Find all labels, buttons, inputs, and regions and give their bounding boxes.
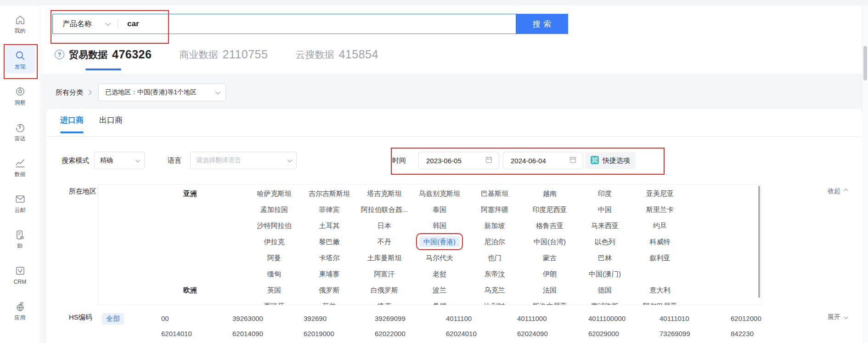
sidebar-item-mail[interactable]: 云邮 xyxy=(6,189,35,217)
region-option[interactable]: 印度 xyxy=(577,189,632,198)
region-option[interactable]: 孟加拉国 xyxy=(247,206,302,214)
sidebar-item-data[interactable]: 数据 xyxy=(6,153,35,181)
region-option[interactable]: 尼泊尔 xyxy=(467,238,522,246)
region-option[interactable]: 老挝 xyxy=(412,270,467,279)
region-option[interactable]: 中国(台湾) xyxy=(522,238,577,246)
search-mode-dropdown[interactable]: 精确 xyxy=(94,152,145,169)
all-categories-link[interactable]: 所有分类 xyxy=(56,88,91,97)
expand-link[interactable]: 展开 xyxy=(828,313,847,321)
data-tab-business[interactable]: 商业数据2110755 xyxy=(179,48,268,70)
region-option[interactable]: 土库曼斯坦 xyxy=(357,254,412,263)
region-option[interactable]: 越南 xyxy=(522,189,577,198)
sidebar-item-discover[interactable]: 发现 xyxy=(6,45,35,74)
region-option[interactable]: 沙特阿拉伯 xyxy=(247,222,302,230)
sidebar-item-my[interactable]: 我的 xyxy=(6,9,35,38)
sidebar-item-bi[interactable]: BIBI xyxy=(6,224,35,253)
region-option[interactable]: 乌克兰 xyxy=(467,286,522,295)
region-option[interactable]: 伊拉克 xyxy=(247,238,302,246)
date-start-input[interactable]: 2023-06-05 xyxy=(418,152,499,169)
sidebar-item-insight[interactable]: 洞察 xyxy=(6,81,35,109)
collapse-link[interactable]: 收起 xyxy=(828,187,847,195)
hs-code-option[interactable]: 62029000 xyxy=(588,330,659,337)
hs-code-option[interactable]: 392690 xyxy=(304,314,375,322)
region-option[interactable]: 俄罗斯 xyxy=(302,286,357,295)
hs-code-option[interactable]: 62012000 xyxy=(731,314,802,322)
tab-exporters[interactable]: 出口商 xyxy=(99,115,123,133)
region-option[interactable]: 吉尔吉斯斯坦 xyxy=(302,189,357,198)
region-option[interactable]: 蒙古 xyxy=(522,254,577,263)
tab-importers[interactable]: 进口商 xyxy=(60,115,84,133)
hs-code-option[interactable]: 62024010 xyxy=(446,330,517,337)
region-option[interactable]: 柬埔寨 xyxy=(302,270,357,279)
region-option[interactable]: 缅甸 xyxy=(247,270,302,279)
region-option[interactable]: 斯洛文尼亚 xyxy=(522,302,577,305)
region-option[interactable]: 东帝汶 xyxy=(467,270,522,279)
region-option[interactable]: 伊朗 xyxy=(522,270,577,279)
region-option[interactable]: 不丹 xyxy=(357,238,412,246)
region-option[interactable]: 法国 xyxy=(522,286,577,295)
region-option[interactable]: 乌兹别克斯坦 xyxy=(412,189,467,198)
region-option[interactable]: 以色列 xyxy=(577,238,632,246)
region-option[interactable]: 约旦 xyxy=(632,222,688,230)
selected-region-dropdown[interactable]: 已选地区：中国(香港)等1个地区 xyxy=(98,84,226,101)
region-option[interactable]: 泰国 xyxy=(412,206,467,214)
sidebar-item-crm[interactable]: CRM xyxy=(6,260,35,289)
date-end-input[interactable]: 2024-06-04 xyxy=(503,152,583,169)
hs-code-option[interactable]: 4011100000 xyxy=(588,314,659,322)
hs-code-option[interactable]: 62014090 xyxy=(232,330,304,337)
region-option[interactable]: 新加坡 xyxy=(467,222,522,230)
region-option[interactable]: 意大利 xyxy=(632,286,688,295)
search-field-selector[interactable]: 产品名称 xyxy=(53,19,118,29)
hs-code-option[interactable]: 62014010 xyxy=(161,330,232,337)
region-option[interactable]: 中国(澳门) xyxy=(577,270,632,279)
region-option[interactable]: 荷兰 xyxy=(302,302,357,305)
region-option[interactable]: 英国 xyxy=(247,286,302,295)
region-option[interactable]: 阿尔巴尼亚 xyxy=(632,302,688,305)
sidebar-item-apps[interactable]: 应用 xyxy=(6,296,35,325)
region-option[interactable]: 捷克 xyxy=(357,302,412,305)
hs-code-option[interactable]: 842230 xyxy=(731,330,802,337)
region-option[interactable]: 土耳其 xyxy=(302,222,357,230)
hs-code-option[interactable]: 73269099 xyxy=(659,330,731,337)
region-option[interactable]: 日本 xyxy=(357,222,412,230)
hs-code-option[interactable]: 62024090 xyxy=(517,330,588,337)
region-option[interactable]: 黎巴嫩 xyxy=(302,238,357,246)
hs-all-chip[interactable]: 全部 xyxy=(102,313,124,325)
region-option[interactable]: 也门 xyxy=(467,254,522,263)
region-option[interactable]: 马来西亚 xyxy=(577,222,632,230)
region-option[interactable]: 阿塞拜疆 xyxy=(467,206,522,214)
region-option[interactable]: 斯里兰卡 xyxy=(632,206,688,214)
hs-code-option[interactable]: 00 xyxy=(161,314,232,322)
region-option[interactable]: 亚美尼亚 xyxy=(632,189,688,198)
region-option[interactable]: 塞浦路斯 xyxy=(577,302,632,305)
hs-code-option[interactable]: 39263000 xyxy=(232,314,304,322)
region-option[interactable]: 马尔代夫 xyxy=(412,254,467,263)
region-option[interactable]: 卡塔尔 xyxy=(302,254,357,263)
data-tab-trade[interactable]: ?贸易数据476326 xyxy=(55,48,152,70)
hs-code-option[interactable]: 4011100 xyxy=(446,314,517,322)
region-option[interactable]: 巴基斯坦 xyxy=(467,189,522,198)
hs-code-option[interactable]: 62019000 xyxy=(304,330,375,337)
region-option-selected[interactable]: 中国(香港) xyxy=(412,238,467,246)
region-option[interactable]: 希腊 xyxy=(412,302,467,305)
region-option[interactable]: 比利时 xyxy=(467,302,522,305)
region-option[interactable]: 叙利亚 xyxy=(632,254,688,263)
search-input[interactable]: car xyxy=(118,19,139,29)
sidebar-item-radar[interactable]: 雷达 xyxy=(6,117,35,145)
quick-options-button[interactable]: 快捷选项 xyxy=(585,152,636,169)
hs-code-option[interactable]: 40111000 xyxy=(517,314,588,322)
region-option[interactable]: 西班牙 xyxy=(247,302,302,305)
region-option[interactable]: 塔吉克斯坦 xyxy=(357,189,412,198)
region-option[interactable]: 波兰 xyxy=(412,286,467,295)
data-tab-cloud[interactable]: 云搜数据415854 xyxy=(295,48,378,70)
region-option[interactable]: 德国 xyxy=(577,286,632,295)
panel-scrollbar[interactable] xyxy=(758,186,760,298)
page-scrollbar[interactable] xyxy=(862,6,868,343)
page-scrollbar-thumb[interactable] xyxy=(863,46,867,80)
region-option[interactable]: 菲律宾 xyxy=(302,206,357,214)
search-button[interactable]: 搜 索 xyxy=(516,14,568,34)
region-option[interactable]: 中国 xyxy=(577,206,632,214)
region-option[interactable]: 巴林 xyxy=(577,254,632,263)
region-option[interactable]: 白俄罗斯 xyxy=(357,286,412,295)
region-option[interactable]: 印度尼西亚 xyxy=(522,206,577,214)
